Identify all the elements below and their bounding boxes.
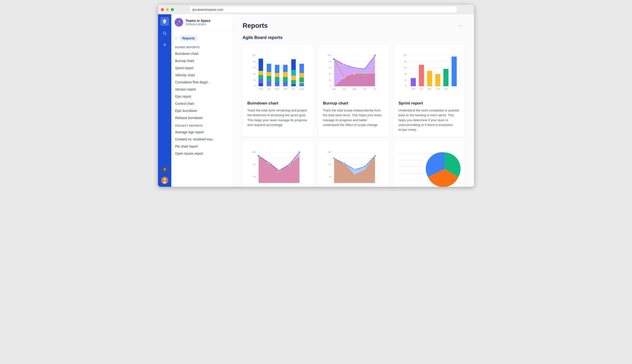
svg-text:0: 0 — [254, 85, 256, 87]
burndown-title: Burndown chart — [247, 101, 309, 106]
create-nav-icon[interactable] — [161, 41, 168, 48]
svg-point-65 — [364, 68, 366, 70]
burnup-info: Burnup chart Track the total scope indep… — [318, 97, 389, 132]
svg-text:LNT: LNT — [267, 88, 271, 90]
svg-point-69 — [354, 73, 356, 75]
svg-text:TGR: TGR — [259, 88, 263, 90]
browser-content: ? 🚀 Teams in Space Software project — [158, 14, 474, 187]
sidebar-item-pie-chart[interactable]: Pie chart report — [171, 143, 233, 150]
svg-point-112 — [278, 170, 280, 172]
sidebar-item-burnup[interactable]: Burnup chart — [171, 57, 233, 64]
svg-text:100: 100 — [252, 54, 256, 56]
svg-line-1 — [165, 34, 166, 35]
page-title: Reports — [242, 22, 268, 30]
back-arrow-icon: ← — [175, 36, 178, 40]
project-avatar: 🚀 — [175, 18, 183, 26]
project-info: Teams in Space Software project — [186, 19, 210, 26]
svg-point-68 — [344, 77, 345, 78]
svg-rect-29 — [275, 77, 280, 82]
svg-text:80: 80 — [253, 60, 256, 63]
svg-text:60: 60 — [329, 163, 331, 166]
sidebar-item-burndown[interactable]: Burndown chart — [171, 50, 233, 57]
search-nav-icon[interactable] — [161, 30, 168, 37]
burndown-card[interactable]: 100 80 60 40 20 0 — [242, 45, 314, 137]
svg-text:60: 60 — [253, 163, 256, 166]
minimize-button[interactable] — [166, 8, 169, 11]
svg-rect-26 — [267, 81, 271, 84]
svg-text:100: 100 — [252, 151, 256, 154]
svg-text:100: 100 — [403, 54, 407, 56]
svg-text:BTN: BTN — [275, 88, 279, 90]
svg-text:BTN: BTN — [428, 88, 432, 90]
svg-text:MUG: MUG — [299, 88, 304, 90]
svg-text:STA: STA — [444, 88, 448, 90]
svg-text:0: 0 — [330, 85, 331, 87]
svg-point-128 — [354, 169, 356, 171]
svg-text:Wed: Wed — [352, 88, 357, 90]
control-card[interactable]: Control chart Shows cycle time for the p… — [394, 142, 464, 187]
svg-text:Tue: Tue — [342, 88, 346, 90]
svg-text:TGR: TGR — [411, 88, 415, 90]
svg-marker-61 — [334, 56, 375, 86]
svg-rect-38 — [291, 80, 296, 84]
sidebar-item-cumulative[interactable]: Cumulative flow diagri.. — [171, 79, 233, 86]
sidebar-item-epic-burndown[interactable]: Epic burndown — [171, 107, 233, 114]
control-chart-area — [394, 142, 464, 187]
svg-point-111 — [268, 162, 270, 164]
svg-point-114 — [298, 151, 300, 154]
version-card[interactable]: 100 60 40 — [318, 142, 389, 187]
svg-rect-90 — [427, 71, 432, 86]
jira-global-nav: ? — [158, 14, 171, 187]
sidebar-item-average-age[interactable]: Average Age report — [171, 128, 233, 136]
sprint-title: Sprint report — [398, 101, 460, 106]
svg-point-113 — [288, 164, 290, 166]
svg-text:TYR: TYR — [283, 88, 287, 90]
sprint-chart-svg: 100 80 60 40 20 0 — [398, 49, 460, 97]
svg-text:20: 20 — [329, 79, 331, 81]
svg-rect-34 — [283, 82, 288, 85]
svg-text:20: 20 — [404, 79, 407, 81]
close-button[interactable] — [161, 8, 164, 11]
sidebar-item-release-burndown[interactable]: Release burndown — [171, 114, 233, 122]
sidebar-item-epic[interactable]: Epic report — [171, 93, 233, 100]
svg-rect-33 — [283, 77, 288, 82]
sidebar-item-version[interactable]: Version report — [171, 86, 233, 93]
sprint-card[interactable]: 100 80 60 40 20 0 — [394, 45, 464, 137]
svg-text:20: 20 — [253, 79, 256, 81]
burnup-desc: Track the total scope independently from… — [323, 108, 384, 127]
reports-grid: 100 80 60 40 20 0 — [242, 45, 464, 187]
svg-rect-22 — [258, 79, 263, 83]
sidebar-item-open-issues[interactable]: Open issues report — [171, 150, 233, 157]
sidebar-item-control[interactable]: Control chart — [171, 100, 233, 107]
maximize-button[interactable] — [171, 8, 174, 11]
sidebar-item-velocity[interactable]: Velocity chart — [171, 72, 233, 79]
version-chart-svg: 100 60 40 — [323, 146, 384, 187]
svg-rect-41 — [299, 78, 304, 82]
svg-rect-88 — [411, 78, 416, 86]
more-menu-button[interactable]: ⋯ — [456, 22, 464, 30]
svg-text:40: 40 — [329, 176, 331, 178]
sidebar-back-button[interactable]: ← Reports — [171, 34, 233, 43]
user-avatar[interactable] — [161, 177, 168, 184]
svg-text:80: 80 — [404, 60, 407, 63]
svg-point-66 — [374, 55, 376, 57]
help-icon[interactable]: ? — [161, 166, 168, 173]
velocity-card[interactable]: 100 60 40 — [242, 142, 314, 187]
project-reports-section-label: PROJECT REPORTS — [171, 122, 233, 128]
svg-point-126 — [333, 158, 335, 160]
svg-rect-30 — [275, 82, 280, 85]
svg-point-129 — [364, 166, 366, 168]
browser-titlebar: jira.teamsinspace.com — [158, 5, 474, 14]
control-chart-svg — [396, 144, 462, 187]
address-bar[interactable]: jira.teamsinspace.com — [190, 6, 457, 12]
jira-logo[interactable] — [160, 17, 169, 26]
svg-rect-89 — [419, 65, 424, 86]
burnup-card[interactable]: 100 80 60 40 20 0 — [318, 45, 389, 137]
svg-text:60: 60 — [253, 66, 256, 69]
sidebar-item-created-vs-resolved[interactable]: Created vs. resolved issu.. — [171, 136, 233, 143]
burndown-chart-svg: 100 80 60 40 20 0 — [247, 49, 309, 97]
svg-text:Mon: Mon — [332, 88, 336, 90]
svg-text:LNT: LNT — [419, 88, 424, 90]
sidebar-item-sprint[interactable]: Sprint report — [171, 64, 233, 72]
svg-point-64 — [354, 67, 356, 69]
